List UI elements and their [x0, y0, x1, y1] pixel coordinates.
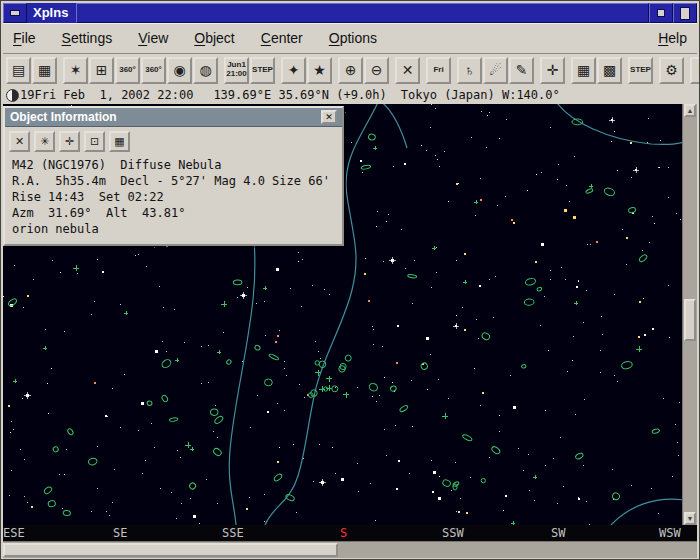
compass-label-s: S — [340, 526, 347, 540]
system-menu-button[interactable] — [3, 3, 27, 23]
moon-phase-icon — [6, 89, 19, 102]
saturn-button[interactable]: ♄ — [457, 57, 482, 84]
fov-360-alt-button[interactable]: 360° — [141, 57, 166, 84]
oi-image-button[interactable]: ▦ — [109, 131, 130, 152]
status-datetime: 19Fri Feb 1, 2002 22:00 — [20, 88, 193, 102]
object-info-line: Rise 14:43 Set 02:22 — [12, 189, 335, 205]
main-toolbar: ▤▦✶⊞360°360°◉◍Jun1 21:00STEP✦★⊕⊖✕Fri♄☄✎✛… — [3, 54, 697, 86]
azimuthal-grid-button[interactable]: ▩ — [597, 57, 622, 84]
scrollbar-down-button[interactable]: ▼ — [684, 512, 696, 525]
comet-button[interactable]: ☄ — [483, 57, 508, 84]
compass-label-ese: ESE — [3, 526, 25, 540]
status-location: Tokyo (Japan) W:140.0° — [401, 88, 560, 102]
vertical-scrollbar[interactable]: ▲ ▼ — [682, 104, 697, 525]
zenith-star-button[interactable]: ✦ — [281, 57, 306, 84]
object-info-line: R.A. 5h35.4m Decl - 5°27' Mag 4.0 Size 6… — [12, 173, 335, 189]
status-coordinates: 139.69°E 35.69°N (+9.0h) — [213, 88, 386, 102]
telescope-flag-button[interactable]: ⚑ — [690, 57, 700, 84]
scrollbar-up-button[interactable]: ▲ — [684, 104, 696, 117]
planet-globe-button[interactable]: ◍ — [193, 57, 218, 84]
datetime-button[interactable]: Jun1 21:00 — [224, 57, 249, 84]
menu-item-object[interactable]: Object — [194, 30, 234, 46]
menu-item-help[interactable]: Help — [658, 30, 687, 46]
compass-label-sse: SSE — [222, 526, 244, 540]
object-info-line: M42 (NGC1976) Diffuse Nebula — [12, 157, 335, 173]
title-drag-area[interactable] — [76, 3, 649, 23]
weekday-button[interactable]: Fri — [426, 57, 451, 84]
object-info-titlebar[interactable]: Object Information ✕ — [5, 108, 342, 127]
fov-360-button[interactable]: 360° — [115, 57, 140, 84]
chart-area: Object Information ✕ ✕✳✛⊡▦ M42 (NGC1976)… — [3, 104, 697, 525]
print-button[interactable]: ▤ — [6, 57, 31, 84]
object-info-line: orion nebula — [12, 221, 335, 237]
compass-label-sw: SW — [551, 526, 565, 540]
object-info-title: Object Information — [10, 110, 117, 124]
object-info-text: M42 (NGC1976) Diffuse NebulaR.A. 5h35.4m… — [5, 154, 342, 244]
menu-item-settings[interactable]: Settings — [62, 30, 113, 46]
compass-label-se: SE — [113, 526, 127, 540]
oi-blink-button[interactable]: ✳ — [34, 131, 55, 152]
time-step-button[interactable]: STEP — [250, 57, 275, 84]
star-magnitude-button[interactable]: ★ — [307, 57, 332, 84]
horizontal-scrollbar[interactable] — [3, 541, 697, 558]
menu-item-view[interactable]: View — [138, 30, 168, 46]
equatorial-grid-button[interactable]: ▦ — [571, 57, 596, 84]
minimize-icon — [657, 9, 665, 17]
oi-frame-button[interactable]: ⊡ — [84, 131, 105, 152]
menubar-items: FileSettingsViewObjectCenterOptionsHelp — [3, 23, 697, 54]
xplns-window: Xplns FileSettingsViewObjectCenterOption… — [0, 0, 700, 560]
maximize-button[interactable] — [673, 3, 697, 23]
erase-button[interactable]: ✕ — [395, 57, 420, 84]
data-table-button[interactable]: ⊞ — [89, 57, 114, 84]
vertical-scrollbar-thumb[interactable] — [684, 299, 696, 341]
draw-button[interactable]: ✎ — [509, 57, 534, 84]
maximize-icon — [680, 7, 690, 20]
center-target-button[interactable]: ✛ — [540, 57, 565, 84]
system-menu-icon — [10, 10, 20, 16]
zoom-in-button[interactable]: ⊕ — [338, 57, 363, 84]
horizontal-scrollbar-thumb[interactable] — [3, 543, 338, 557]
dialog-close-button[interactable]: ✕ — [321, 110, 337, 124]
object-info-toolbar: ✕✳✛⊡▦ — [5, 127, 342, 154]
save-button[interactable]: ▦ — [32, 57, 57, 84]
menu-item-center[interactable]: Center — [261, 30, 303, 46]
status-bar: 19Fri Feb 1, 2002 22:00 139.69°E 35.69°N… — [3, 86, 697, 104]
ecliptic-view-button[interactable]: ◉ — [167, 57, 192, 84]
oi-center-button[interactable]: ✛ — [59, 131, 80, 152]
menu-item-file[interactable]: File — [13, 30, 36, 46]
star-chart-button[interactable]: ✶ — [63, 57, 88, 84]
menu-item-options[interactable]: Options — [329, 30, 377, 46]
object-info-line: Azm 31.69° Alt 43.81° — [12, 205, 335, 221]
compass-label-ssw: SSW — [442, 526, 464, 540]
step-mode-button[interactable]: STEP — [628, 57, 653, 84]
minimize-button[interactable] — [649, 3, 673, 23]
compass-strip: ESESESSESSSWSWWSW — [3, 525, 697, 541]
window-title: Xplns — [27, 3, 76, 23]
zoom-out-button[interactable]: ⊖ — [364, 57, 389, 84]
title-bar: Xplns — [3, 3, 697, 23]
gear-settings-button[interactable]: ⚙ — [659, 57, 684, 84]
oi-close-button[interactable]: ✕ — [9, 131, 30, 152]
compass-label-wsw: WSW — [659, 526, 681, 540]
object-information-dialog: Object Information ✕ ✕✳✛⊡▦ M42 (NGC1976)… — [3, 106, 344, 246]
